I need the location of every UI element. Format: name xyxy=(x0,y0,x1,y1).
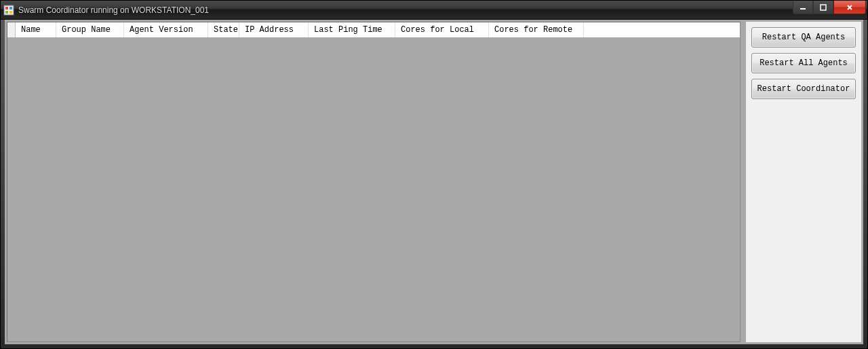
agents-grid[interactable]: Name Group Name Agent Version State IP A… xyxy=(7,22,741,342)
grid-row-selector-header[interactable] xyxy=(7,22,16,37)
column-header-name[interactable]: Name xyxy=(16,22,56,37)
window-body: Name Group Name Agent Version State IP A… xyxy=(1,20,867,348)
window-controls xyxy=(793,1,866,14)
svg-rect-5 xyxy=(800,8,806,10)
svg-rect-4 xyxy=(9,11,12,14)
column-header-ping[interactable]: Last Ping Time xyxy=(309,22,395,37)
window-title: Swarm Coordinator running on WORKSTATION… xyxy=(18,5,865,15)
content-area: Name Group Name Agent Version State IP A… xyxy=(7,22,861,342)
svg-rect-3 xyxy=(5,11,8,14)
app-window: Swarm Coordinator running on WORKSTATION… xyxy=(0,0,868,349)
column-header-ip[interactable]: IP Address xyxy=(239,22,309,37)
column-header-state[interactable]: State xyxy=(208,22,239,37)
close-button[interactable] xyxy=(833,1,866,14)
column-header-cores-local[interactable]: Cores for Local xyxy=(395,22,489,37)
restart-coordinator-button[interactable]: Restart Coordinator xyxy=(751,79,856,99)
svg-rect-2 xyxy=(9,7,12,10)
column-header-cores-remote[interactable]: Cores for Remote xyxy=(489,22,584,37)
minimize-button[interactable] xyxy=(793,1,813,14)
svg-rect-6 xyxy=(821,5,826,10)
titlebar[interactable]: Swarm Coordinator running on WORKSTATION… xyxy=(1,1,867,20)
restart-all-agents-button[interactable]: Restart All Agents xyxy=(751,53,856,73)
actions-sidebar: Restart QA Agents Restart All Agents Res… xyxy=(746,22,861,342)
column-header-group[interactable]: Group Name xyxy=(56,22,124,37)
restart-qa-agents-button[interactable]: Restart QA Agents xyxy=(751,27,856,48)
column-header-version[interactable]: Agent Version xyxy=(124,22,208,37)
svg-rect-1 xyxy=(5,7,8,10)
maximize-button[interactable] xyxy=(813,1,833,14)
grid-header-row: Name Group Name Agent Version State IP A… xyxy=(7,22,740,37)
app-icon xyxy=(3,5,14,16)
